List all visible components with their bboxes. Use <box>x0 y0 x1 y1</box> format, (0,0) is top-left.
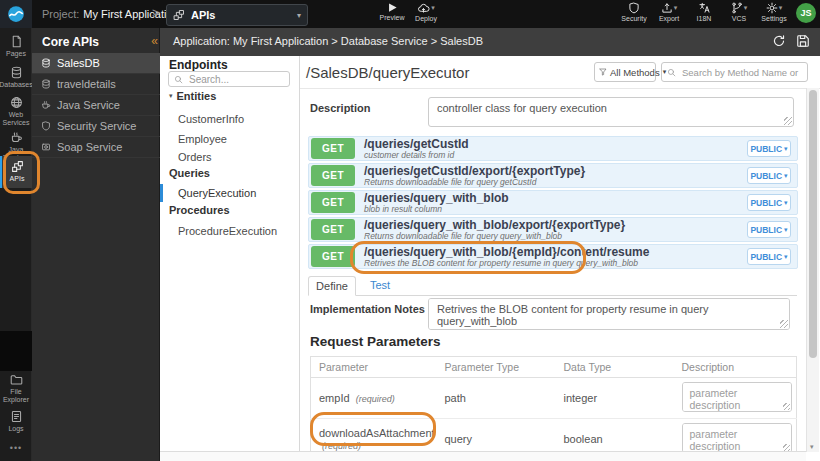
endpoints-search[interactable] <box>168 71 290 87</box>
search-icon <box>667 68 676 77</box>
collapse-panel-icon[interactable]: « <box>151 34 158 48</box>
description-textarea[interactable]: controller class for query execution <box>428 97 794 127</box>
endpoints-title: Endpoints <box>169 58 228 72</box>
access-level-dropdown[interactable]: PUBLIC▾ <box>747 140 791 157</box>
soap-icon <box>41 142 51 152</box>
sidebar-spacer <box>0 331 32 371</box>
sidebar-item-pages[interactable]: Pages <box>0 35 32 58</box>
col-description: Description <box>674 357 797 378</box>
endpoint-summary: blob in result column <box>364 205 509 214</box>
endpoint-item-orders[interactable]: Orders <box>160 148 299 166</box>
endpoint-item-procedureexecution[interactable]: ProcedureExecution <box>160 222 299 240</box>
coffee-icon <box>10 131 23 144</box>
table-row-empid: empId (required) path integer <box>311 378 797 419</box>
sidebar-item-logs[interactable]: Logs <box>0 410 32 433</box>
settings-button[interactable]: ▾ Settings <box>761 2 787 22</box>
access-level-dropdown[interactable]: PUBLIC▾ <box>747 221 791 238</box>
gear-icon <box>766 2 778 14</box>
core-api-item-soap-service[interactable]: Soap Service <box>32 137 160 158</box>
i18n-button[interactable]: I18N <box>691 2 717 22</box>
queries-section-header[interactable]: Queries <box>169 167 210 179</box>
funnel-icon <box>599 68 607 76</box>
endpoints-panel: Endpoints ▾ Entities CustomerInfo Employ… <box>160 56 300 452</box>
method-search-input[interactable] <box>680 66 802 79</box>
api-icon <box>11 160 24 173</box>
endpoints-search-input[interactable] <box>187 73 277 86</box>
param-description-textarea[interactable] <box>682 423 792 453</box>
tab-define[interactable]: Define <box>308 276 356 296</box>
application-breadcrumb: Application: My First Application > Data… <box>173 35 483 47</box>
table-header-row: Parameter Parameter Type Data Type Descr… <box>311 357 797 378</box>
top-bar: Project: My First Application > APIs ▾ P… <box>0 0 820 28</box>
page-icon <box>10 35 23 48</box>
breadcrumb-separator: > <box>152 5 160 20</box>
chevron-down-icon: ▾ <box>431 4 435 12</box>
sidebar-item-databases[interactable]: Databases <box>0 66 32 89</box>
endpoint-item-queryexecution[interactable]: QueryExecution <box>160 184 299 202</box>
left-sidebar: Pages Databases Web Services Java Servic… <box>0 28 32 461</box>
sidebar-more-button[interactable]: ••• <box>0 443 32 453</box>
param-type: path <box>437 378 556 419</box>
deploy-button[interactable]: ▾ Deploy <box>408 2 444 22</box>
access-level-dropdown[interactable]: PUBLIC▾ <box>747 194 791 211</box>
search-icon <box>174 75 183 84</box>
sidebar-item-file-explorer[interactable]: File Explorer <box>0 373 32 404</box>
cloud-upload-icon <box>417 2 430 14</box>
preview-button[interactable]: Preview <box>374 2 410 21</box>
endpoint-row-getcustid[interactable]: GET /queries/getCustId customer details … <box>308 136 798 161</box>
database-icon <box>10 66 23 79</box>
chevron-down-icon: ▾ <box>784 172 788 180</box>
description-field-wrap: controller class for query execution <box>428 97 794 127</box>
param-description-textarea[interactable] <box>682 382 792 412</box>
folder-icon <box>10 373 23 386</box>
get-method-badge: GET <box>311 192 355 213</box>
sidebar-item-web-services[interactable]: Web Services <box>0 96 32 127</box>
param-required: (required) <box>356 394 395 404</box>
export-button[interactable]: ▾ Export <box>656 2 682 22</box>
save-icon[interactable] <box>796 34 810 48</box>
endpoint-row-query-with-blob[interactable]: GET /queries/query_with_blob blob in res… <box>308 190 798 215</box>
endpoint-summary: customer details from id <box>364 151 469 160</box>
shield-icon <box>41 121 51 131</box>
tab-test[interactable]: Test <box>360 276 400 296</box>
scrollbar-down-arrow[interactable]: ▾ <box>810 443 814 451</box>
core-api-item-traveldetails[interactable]: traveldetails <box>32 74 160 95</box>
vcs-button[interactable]: ▾ VCS <box>726 2 752 22</box>
endpoint-row-query-with-blob-export[interactable]: GET /queries/query_with_blob/export/{exp… <box>308 217 798 242</box>
sidebar-item-apis[interactable]: APIs <box>0 156 32 188</box>
security-button[interactable]: Security <box>621 2 647 22</box>
implementation-notes-label: Implementation Notes <box>310 303 425 315</box>
core-api-item-salesdb[interactable]: SalesDB <box>32 53 160 74</box>
get-method-badge: GET <box>311 165 355 186</box>
access-level-dropdown[interactable]: PUBLIC▾ <box>747 167 791 184</box>
refresh-icon[interactable] <box>772 34 786 48</box>
method-search[interactable] <box>661 62 808 82</box>
main-scrollbar[interactable]: ▾ <box>806 88 819 452</box>
export-icon <box>661 2 673 14</box>
user-avatar[interactable]: JS <box>796 3 816 23</box>
perspective-dropdown[interactable]: APIs ▾ <box>166 4 308 26</box>
procedures-section-header[interactable]: Procedures <box>169 204 230 216</box>
access-level-dropdown[interactable]: PUBLIC▾ <box>747 248 791 265</box>
chevron-down-icon: ▾ <box>784 226 788 234</box>
endpoint-summary: Returns downloadable file for query getC… <box>364 178 585 187</box>
service-title: /SalesDB/queryExecutor <box>306 64 469 81</box>
chevron-down-icon: ▾ <box>784 253 788 261</box>
core-api-item-security-service[interactable]: Security Service <box>32 116 160 137</box>
endpoint-item-employee[interactable]: Employee <box>160 130 299 148</box>
endpoint-row-getcustid-export[interactable]: GET /queries/getCustId/export/{exportTyp… <box>308 163 798 188</box>
param-name: empId <box>319 392 350 404</box>
entities-section-header[interactable]: ▾ Entities <box>169 90 216 102</box>
app-logo[interactable] <box>0 0 32 28</box>
footer-strip <box>160 451 806 461</box>
implementation-notes-textarea[interactable]: Retrives the BLOB content for property r… <box>428 298 790 330</box>
branch-icon <box>731 2 743 14</box>
implementation-notes-wrap: Retrives the BLOB content for property r… <box>428 298 790 330</box>
scrollbar-thumb[interactable] <box>809 90 817 358</box>
database-icon <box>41 58 51 68</box>
methods-filter-dropdown[interactable]: All Methods ▾ <box>594 62 656 82</box>
get-method-badge: GET <box>311 219 355 240</box>
endpoint-row-query-with-blob-content-resume[interactable]: GET /queries/query_with_blob/{empId}/con… <box>308 244 798 269</box>
core-api-item-java-service[interactable]: Java Service <box>32 95 160 116</box>
endpoint-item-customerinfo[interactable]: CustomerInfo <box>160 110 299 128</box>
